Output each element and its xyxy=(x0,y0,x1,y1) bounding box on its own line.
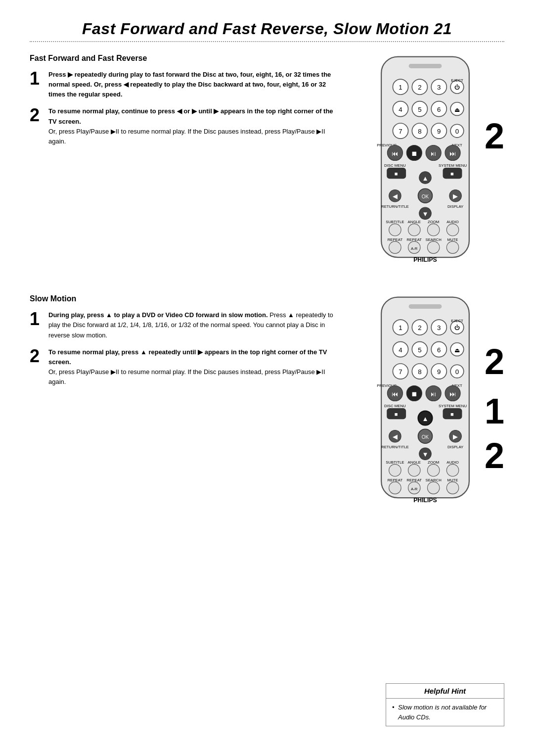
svg-text:DISC MENU: DISC MENU xyxy=(384,404,406,408)
sm-remote-number-1: 1 xyxy=(485,393,504,429)
svg-text:EJECT: EJECT xyxy=(451,319,463,323)
svg-point-132 xyxy=(389,465,401,476)
step-sm-2: 2 To resume normal play, press ▲ repeate… xyxy=(30,347,336,387)
ff-remote-number-2: 2 xyxy=(485,118,504,154)
svg-point-140 xyxy=(389,482,401,494)
svg-text:⏻: ⏻ xyxy=(454,84,460,90)
svg-text:EJECT: EJECT xyxy=(451,78,463,83)
svg-point-133 xyxy=(408,465,420,476)
svg-rect-1 xyxy=(409,64,442,68)
step-ff-1-content: Press ▶ repeatedly during play to fast f… xyxy=(48,70,336,99)
svg-text:⏏: ⏏ xyxy=(454,347,460,354)
svg-text:9: 9 xyxy=(437,128,441,135)
step-sm-2-normal: Or, press Play/Pause ▶II to resume norma… xyxy=(48,368,325,385)
svg-text:4: 4 xyxy=(399,346,402,354)
svg-text:▲: ▲ xyxy=(422,175,428,182)
svg-text:◀: ◀ xyxy=(393,192,398,200)
svg-text:⏯: ⏯ xyxy=(430,150,437,157)
fast-forward-heading: Fast Forward and Fast Reverse xyxy=(30,54,336,63)
remote-ff-svg: 1 2 3 ⏻ EJECT 4 5 6 ⏏ xyxy=(376,54,475,263)
svg-text:⏭: ⏭ xyxy=(449,150,456,157)
svg-text:⏹: ⏹ xyxy=(411,390,417,398)
title-divider xyxy=(30,41,504,42)
svg-point-144 xyxy=(446,482,458,494)
svg-text:■: ■ xyxy=(450,171,454,177)
svg-text:■: ■ xyxy=(450,411,454,417)
svg-text:RETURN/TITLE: RETURN/TITLE xyxy=(381,204,409,209)
svg-text:8: 8 xyxy=(418,128,421,135)
svg-text:7: 7 xyxy=(399,128,402,135)
helpful-hint-body: Slow motion is not available for Audio C… xyxy=(386,699,504,726)
fast-forward-text: Fast Forward and Fast Reverse 1 Press ▶ … xyxy=(30,54,336,265)
svg-text:⏮: ⏮ xyxy=(392,150,398,157)
fast-forward-remote-area: 1 2 3 ⏻ EJECT 4 5 6 ⏏ xyxy=(346,54,504,265)
slow-motion-text: Slow Motion 1 During play, press ▲ to pl… xyxy=(30,294,336,505)
slow-motion-section: Slow Motion 1 During play, press ▲ to pl… xyxy=(30,294,504,505)
step-sm-1: 1 During play, press ▲ to play a DVD or … xyxy=(30,310,336,340)
svg-text:⏹: ⏹ xyxy=(411,150,417,157)
helpful-hint-title: Helpful Hint xyxy=(386,684,504,699)
helpful-hint-box: Helpful Hint Slow motion is not availabl… xyxy=(386,683,504,726)
sm-remote-number-2-bottom: 2 xyxy=(485,438,504,473)
step-ff-2-normal: Or, press Play/Pause ▶II to resume norma… xyxy=(48,128,325,145)
step-ff-1-bold: Press ▶ repeatedly during play to fast f… xyxy=(48,71,331,98)
svg-text:DISC MENU: DISC MENU xyxy=(384,163,406,168)
remote-ff-wrapper: 1 2 3 ⏻ EJECT 4 5 6 ⏏ xyxy=(376,54,475,265)
svg-text:▼: ▼ xyxy=(422,451,428,458)
svg-text:⏯: ⏯ xyxy=(430,390,437,398)
page-title: Fast Forward and Fast Reverse, Slow Moti… xyxy=(30,20,504,38)
remote-sm-svg: 1 2 3 ⏻ EJECT 4 5 6 ⏏ xyxy=(376,294,475,503)
svg-text:3: 3 xyxy=(437,324,441,331)
remote-sm-wrapper: 1 2 3 ⏻ EJECT 4 5 6 ⏏ xyxy=(376,294,475,505)
fast-forward-section: Fast Forward and Fast Reverse 1 Press ▶ … xyxy=(30,54,504,265)
svg-text:0: 0 xyxy=(455,368,459,376)
svg-text:8: 8 xyxy=(418,368,421,376)
sm-remote-number-2-top: 2 xyxy=(485,344,504,379)
svg-point-67 xyxy=(389,241,401,253)
step-sm-2-number: 2 xyxy=(30,347,44,387)
svg-point-61 xyxy=(427,224,439,236)
step-sm-1-number: 1 xyxy=(30,310,44,340)
svg-text:◀: ◀ xyxy=(393,433,398,440)
svg-text:2: 2 xyxy=(418,324,421,331)
svg-text:1: 1 xyxy=(399,84,402,91)
svg-text:▶: ▶ xyxy=(453,433,458,440)
svg-text:7: 7 xyxy=(399,368,402,376)
svg-point-71 xyxy=(446,241,458,253)
svg-point-59 xyxy=(389,224,401,236)
step-ff-2: 2 To resume normal play, continue to pre… xyxy=(30,106,336,146)
svg-text:DISPLAY: DISPLAY xyxy=(447,204,464,209)
step-sm-1-bold: During play, press ▲ to play a DVD or Vi… xyxy=(48,311,268,319)
svg-point-70 xyxy=(427,241,439,253)
svg-point-60 xyxy=(408,224,420,236)
svg-point-135 xyxy=(446,465,458,476)
svg-rect-74 xyxy=(409,304,442,309)
svg-text:PHILIPS: PHILIPS xyxy=(413,497,437,503)
svg-text:■: ■ xyxy=(395,171,398,177)
svg-text:2: 2 xyxy=(418,84,421,91)
svg-text:PHILIPS: PHILIPS xyxy=(413,256,437,263)
svg-text:4: 4 xyxy=(399,106,402,113)
svg-text:OK: OK xyxy=(422,434,429,440)
svg-text:■: ■ xyxy=(395,411,398,417)
svg-text:RETURN/TITLE: RETURN/TITLE xyxy=(381,445,409,449)
svg-text:SYSTEM MENU: SYSTEM MENU xyxy=(439,163,467,168)
svg-text:6: 6 xyxy=(437,106,441,113)
svg-point-62 xyxy=(446,224,458,236)
step-sm-1-content: During play, press ▲ to play a DVD or Vi… xyxy=(48,310,336,340)
svg-text:1: 1 xyxy=(399,324,402,331)
svg-text:OK: OK xyxy=(422,194,429,199)
slow-motion-heading: Slow Motion xyxy=(30,294,336,303)
step-sm-2-content: To resume normal play, press ▲ repeatedl… xyxy=(48,347,336,387)
step-sm-2-bold: To resume normal play, press ▲ repeatedl… xyxy=(48,348,327,366)
svg-text:⏭: ⏭ xyxy=(449,390,456,398)
step-ff-2-bold: To resume normal play, continue to press… xyxy=(48,107,333,125)
svg-text:⏻: ⏻ xyxy=(454,325,460,331)
svg-text:▲: ▲ xyxy=(422,415,428,423)
step-ff-1-number: 1 xyxy=(30,70,44,99)
svg-text:▶: ▶ xyxy=(453,192,458,200)
svg-text:▼: ▼ xyxy=(422,210,428,218)
svg-text:SYSTEM MENU: SYSTEM MENU xyxy=(439,404,467,408)
slow-motion-remote-area: 1 2 3 ⏻ EJECT 4 5 6 ⏏ xyxy=(346,294,504,505)
svg-text:A-R: A-R xyxy=(411,487,418,491)
